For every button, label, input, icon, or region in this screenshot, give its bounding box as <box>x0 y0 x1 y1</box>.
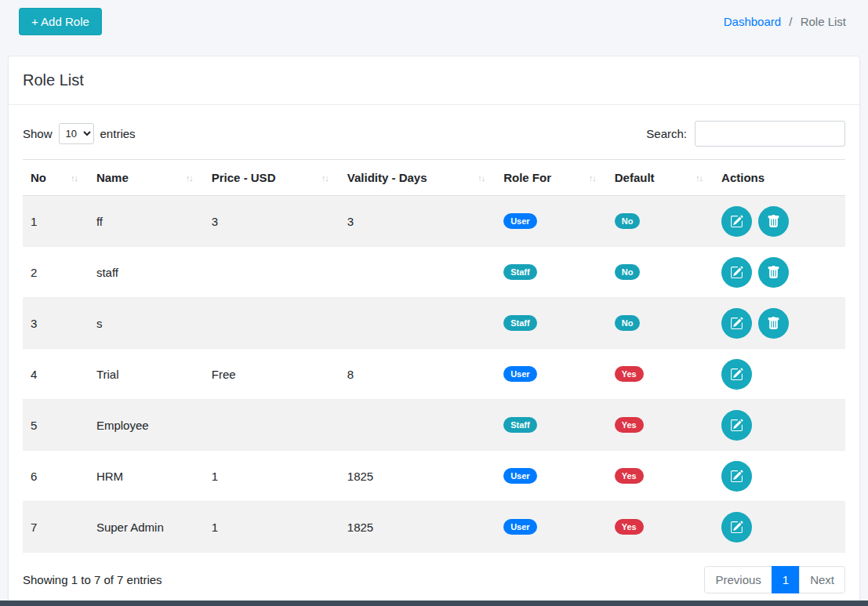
default-badge: No <box>615 213 641 229</box>
cell-validity-days: 1825 <box>340 451 496 502</box>
breadcrumb-dashboard-link[interactable]: Dashboard <box>724 15 781 28</box>
cell-price-usd: 1 <box>204 451 340 502</box>
cell-validity-days: 3 <box>340 196 496 247</box>
pagination: Previous1Next <box>704 566 845 593</box>
column-label: Actions <box>721 171 764 184</box>
column-header-actions: Actions <box>714 160 845 196</box>
cell-actions <box>714 349 845 400</box>
page: + Add Role Dashboard / Role List Role Li… <box>0 0 868 606</box>
page-length-select[interactable]: 10 <box>59 123 94 144</box>
role-for-badge: User <box>503 468 536 484</box>
pagination-page-1[interactable]: 1 <box>772 566 800 593</box>
cell-role-for: User <box>496 502 607 553</box>
column-header-validity-days[interactable]: Validity - Days↑↓ <box>340 160 496 196</box>
pencil-square-icon <box>730 317 743 330</box>
table-footer: Showing 1 to 7 of 7 entries Previous1Nex… <box>23 553 845 606</box>
cell-price-usd <box>204 298 340 349</box>
table-header: No↑↓Name↑↓Price - USD↑↓Validity - Days↑↓… <box>23 160 845 196</box>
cell-actions <box>714 502 845 553</box>
cell-role-for: User <box>496 349 607 400</box>
cell-default: Yes <box>607 349 714 400</box>
cell-price-usd <box>204 247 340 298</box>
table-body: 1ff33UserNo2staffStaffNo3sStaffNo4TrialF… <box>23 196 845 553</box>
breadcrumb-separator: / <box>789 15 792 28</box>
column-header-price-usd[interactable]: Price - USD↑↓ <box>204 160 340 196</box>
delete-button[interactable] <box>758 206 789 237</box>
column-label: Validity - Days <box>347 171 427 184</box>
cell-default: Yes <box>607 400 714 451</box>
table-header-row: No↑↓Name↑↓Price - USD↑↓Validity - Days↑↓… <box>23 160 845 196</box>
table-row: 1ff33UserNo <box>23 196 845 247</box>
cell-no: 5 <box>23 400 89 451</box>
default-badge: Yes <box>615 468 644 484</box>
sort-arrows-icon: ↑↓ <box>478 173 485 183</box>
cell-actions <box>714 196 845 247</box>
cell-no: 7 <box>23 502 89 553</box>
cell-name: staff <box>89 247 204 298</box>
column-header-role-for[interactable]: Role For↑↓ <box>496 160 607 196</box>
edit-button[interactable] <box>721 206 752 237</box>
bottom-strip <box>0 601 868 606</box>
cell-name: HRM <box>89 451 204 502</box>
trash-icon <box>767 215 780 228</box>
topbar: + Add Role Dashboard / Role List <box>0 0 868 43</box>
role-for-badge: User <box>503 366 536 382</box>
cell-role-for: Staff <box>496 247 607 298</box>
pencil-square-icon <box>730 368 743 381</box>
cell-validity-days: 8 <box>340 349 496 400</box>
cell-no: 1 <box>23 196 89 247</box>
page-length-control: Show 10 entries <box>23 123 136 144</box>
default-badge: Yes <box>615 519 644 535</box>
default-badge: No <box>615 264 641 280</box>
column-label: Role For <box>503 171 551 184</box>
cell-validity-days <box>340 400 496 451</box>
cell-role-for: Staff <box>496 400 607 451</box>
search-input[interactable] <box>695 121 845 147</box>
column-header-no[interactable]: No↑↓ <box>23 160 89 196</box>
edit-button[interactable] <box>721 512 752 542</box>
cell-default: No <box>607 196 714 247</box>
cell-role-for: User <box>496 451 607 502</box>
pagination-next[interactable]: Next <box>799 566 845 593</box>
delete-button[interactable] <box>758 308 789 339</box>
show-label: Show <box>23 127 53 140</box>
sort-arrows-icon: ↑↓ <box>321 173 329 183</box>
cell-price-usd: 3 <box>204 196 340 247</box>
column-label: Default <box>615 171 655 184</box>
edit-button[interactable] <box>721 461 752 492</box>
column-header-default[interactable]: Default↑↓ <box>607 160 714 196</box>
column-header-name[interactable]: Name↑↓ <box>89 160 204 196</box>
pagination-previous[interactable]: Previous <box>704 566 772 593</box>
cell-name: ff <box>89 196 204 247</box>
sort-arrows-icon: ↑↓ <box>71 173 78 183</box>
edit-button[interactable] <box>721 410 752 441</box>
role-for-badge: User <box>503 213 536 229</box>
sort-arrows-icon: ↑↓ <box>186 173 193 183</box>
edit-button[interactable] <box>721 308 752 339</box>
cell-default: Yes <box>607 502 714 553</box>
add-role-button[interactable]: + Add Role <box>19 8 102 35</box>
edit-button[interactable] <box>721 257 752 288</box>
role-table: No↑↓Name↑↓Price - USD↑↓Validity - Days↑↓… <box>23 159 845 553</box>
cell-name: Trial <box>89 349 204 400</box>
table-row: 2staffStaffNo <box>23 247 845 298</box>
role-for-badge: Staff <box>503 417 536 433</box>
default-badge: Yes <box>615 417 644 433</box>
cell-role-for: Staff <box>496 298 607 349</box>
table-row: 7Super Admin11825UserYes <box>23 502 845 553</box>
search-control: Search: <box>646 121 845 147</box>
pencil-square-icon <box>730 521 743 534</box>
cell-name: Super Admin <box>89 502 204 553</box>
sort-arrows-icon: ↑↓ <box>589 173 596 183</box>
cell-no: 6 <box>23 451 89 502</box>
pencil-square-icon <box>730 470 743 483</box>
delete-button[interactable] <box>758 257 789 288</box>
search-label: Search: <box>646 127 687 140</box>
edit-button[interactable] <box>721 359 752 390</box>
cell-actions <box>714 298 845 349</box>
cell-name: Employee <box>89 400 204 451</box>
cell-validity-days: 1825 <box>340 502 496 553</box>
table-row: 3sStaffNo <box>23 298 845 349</box>
table-row: 6HRM11825UserYes <box>23 451 845 502</box>
trash-icon <box>767 266 780 279</box>
